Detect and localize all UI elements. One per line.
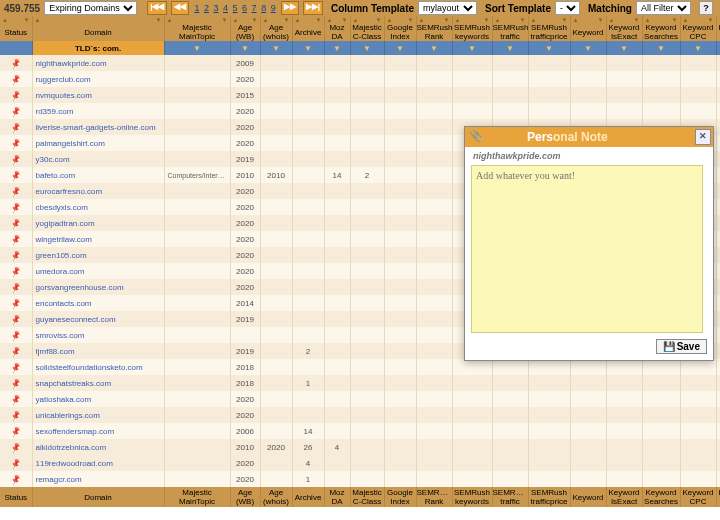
domain-link[interactable]: smroviss.com xyxy=(36,331,85,340)
domain-link[interactable]: ruggerclub.com xyxy=(36,75,91,84)
col-header[interactable]: ▲▼KeywordValue xyxy=(716,16,720,41)
pin-icon[interactable]: 📌 xyxy=(10,457,22,469)
col-header[interactable]: ▲▼KeywordSearches xyxy=(642,16,680,41)
filter-cell[interactable]: ▼ xyxy=(384,41,416,55)
table-row[interactable]: 📌solidsteelfoundationsketo.com2018 xyxy=(0,359,720,375)
sort-asc-icon[interactable]: ▲ xyxy=(573,17,579,23)
col-footer[interactable]: SEMRushRank xyxy=(416,487,452,507)
filter-icon[interactable]: ▼ xyxy=(584,44,592,53)
note-header[interactable]: 📎 Personal Note ✕ xyxy=(465,127,713,147)
col-footer[interactable]: GoogleIndex xyxy=(384,487,416,507)
domain-link[interactable]: yogipadtran.com xyxy=(36,219,95,228)
table-row[interactable]: 📌119redwoodroad.com20204 xyxy=(0,455,720,471)
col-footer[interactable]: MajesticMainTopic xyxy=(164,487,230,507)
col-header[interactable]: ▲▼Domain xyxy=(32,16,164,41)
domain-link[interactable]: nighthawkpride.com xyxy=(36,59,107,68)
domain-link[interactable]: sexoffendersmap.com xyxy=(36,427,115,436)
domain-link[interactable]: eurocarfresno.com xyxy=(36,187,103,196)
page-link[interactable]: 6 xyxy=(242,3,247,13)
domain-link[interactable]: gorsvangreenhouse.com xyxy=(36,283,124,292)
col-header[interactable]: ▲▼Age(whois) xyxy=(260,16,292,41)
page-link[interactable]: 3 xyxy=(213,3,218,13)
note-textarea[interactable] xyxy=(471,165,703,333)
sort-asc-icon[interactable]: ▲ xyxy=(327,17,333,23)
domain-link[interactable]: encontacts.com xyxy=(36,299,92,308)
sort-desc-icon[interactable]: ▼ xyxy=(672,17,678,23)
col-footer[interactable]: Age(whois) xyxy=(260,487,292,507)
sort-template-select[interactable]: - xyxy=(555,1,580,15)
col-header[interactable]: ▲▼SEMRushkeywords xyxy=(452,16,492,41)
col-footer[interactable]: SEMRushkeywords xyxy=(452,487,492,507)
page-link[interactable]: 8 xyxy=(261,3,266,13)
col-header[interactable]: ▲▼Age(WB) xyxy=(230,16,260,41)
domain-link[interactable]: snapchatstreaks.com xyxy=(36,379,112,388)
sort-desc-icon[interactable]: ▼ xyxy=(520,17,526,23)
filter-icon[interactable]: ▼ xyxy=(193,44,201,53)
pin-icon[interactable]: 📌 xyxy=(10,169,22,181)
pin-icon[interactable]: 📌 xyxy=(10,313,22,325)
col-footer[interactable]: KeywordSearches xyxy=(642,487,680,507)
pin-icon[interactable]: 📌 xyxy=(10,377,22,389)
filter-icon[interactable]: ▼ xyxy=(272,44,280,53)
sort-asc-icon[interactable]: ▲ xyxy=(295,17,301,23)
sort-desc-icon[interactable]: ▼ xyxy=(598,17,604,23)
sort-asc-icon[interactable]: ▲ xyxy=(353,17,359,23)
page-link[interactable]: 4 xyxy=(223,3,228,13)
pin-icon[interactable]: 📌 xyxy=(10,393,22,405)
domain-link[interactable]: nvmquotes.com xyxy=(36,91,92,100)
col-footer[interactable]: SEMRushtrafficprice xyxy=(528,487,570,507)
matching-select[interactable]: All Filter xyxy=(636,1,691,15)
col-footer[interactable]: KeywordValue xyxy=(716,487,720,507)
domain-link[interactable]: aikidotrzebnica.com xyxy=(36,443,107,452)
domain-link[interactable]: guyaneseconnect.com xyxy=(36,315,116,324)
sort-asc-icon[interactable]: ▲ xyxy=(455,17,461,23)
sort-asc-icon[interactable]: ▲ xyxy=(35,17,41,23)
listing-select[interactable]: Expiring Domains xyxy=(44,1,137,15)
filter-cell[interactable]: ▼ xyxy=(492,41,528,55)
col-header[interactable]: ▲▼Keyword xyxy=(570,16,606,41)
table-row[interactable]: 📌unicablerings.com2020 xyxy=(0,407,720,423)
table-row[interactable]: 📌ruggerclub.com2020 xyxy=(0,71,720,87)
filter-icon[interactable]: ▼ xyxy=(304,44,312,53)
page-link[interactable]: 1 xyxy=(194,3,199,13)
table-row[interactable]: 📌aikidotrzebnica.com20102020264 xyxy=(0,439,720,455)
sort-asc-icon[interactable]: ▲ xyxy=(419,17,425,23)
table-row[interactable]: 📌rd359.com2020 xyxy=(0,103,720,119)
sort-asc-icon[interactable]: ▲ xyxy=(233,17,239,23)
pin-icon[interactable]: 📌 xyxy=(10,201,22,213)
filter-cell[interactable]: ▼ xyxy=(642,41,680,55)
pin-icon[interactable]: 📌 xyxy=(10,153,22,165)
filter-icon[interactable]: ▼ xyxy=(333,44,341,53)
table-row[interactable]: 📌nvmquotes.com2015 xyxy=(0,87,720,103)
filter-cell[interactable]: ▼ xyxy=(292,41,324,55)
pin-icon[interactable]: 📌 xyxy=(10,233,22,245)
note-close-button[interactable]: ✕ xyxy=(695,129,711,145)
domain-link[interactable]: bafeto.com xyxy=(36,171,76,180)
domain-link[interactable]: yatioshaka.com xyxy=(36,395,92,404)
pin-icon[interactable]: 📌 xyxy=(10,265,22,277)
pin-icon[interactable]: 📌 xyxy=(10,217,22,229)
col-footer[interactable]: KeywordIsExact xyxy=(606,487,642,507)
page-link[interactable]: 7 xyxy=(252,3,257,13)
column-template-select[interactable]: mylayout xyxy=(418,1,477,15)
filter-cell[interactable]: ▼ xyxy=(350,41,384,55)
pin-icon[interactable]: 📌 xyxy=(10,89,22,101)
col-header[interactable]: ▲▼MajesticC-Class xyxy=(350,16,384,41)
sort-asc-icon[interactable]: ▲ xyxy=(683,17,689,23)
pin-icon[interactable]: 📌 xyxy=(10,73,22,85)
sort-desc-icon[interactable]: ▼ xyxy=(444,17,450,23)
sort-desc-icon[interactable]: ▼ xyxy=(342,17,348,23)
col-header[interactable]: ▲▼SEMRushRank xyxy=(416,16,452,41)
pin-icon[interactable]: 📌 xyxy=(10,281,22,293)
sort-desc-icon[interactable]: ▼ xyxy=(408,17,414,23)
domain-link[interactable]: y30c.com xyxy=(36,155,70,164)
domain-link[interactable]: cbesdyxls.com xyxy=(36,203,88,212)
filter-cell[interactable]: ▼ xyxy=(260,41,292,55)
pin-icon[interactable]: 📌 xyxy=(10,345,22,357)
domain-link[interactable]: green105.com xyxy=(36,251,87,260)
col-footer[interactable]: KeywordCPC xyxy=(680,487,716,507)
page-link[interactable]: 9 xyxy=(271,3,276,13)
domain-link[interactable]: remagcr.com xyxy=(36,475,82,484)
col-footer[interactable]: Keyword xyxy=(570,487,606,507)
domain-link[interactable]: unicablerings.com xyxy=(36,411,100,420)
